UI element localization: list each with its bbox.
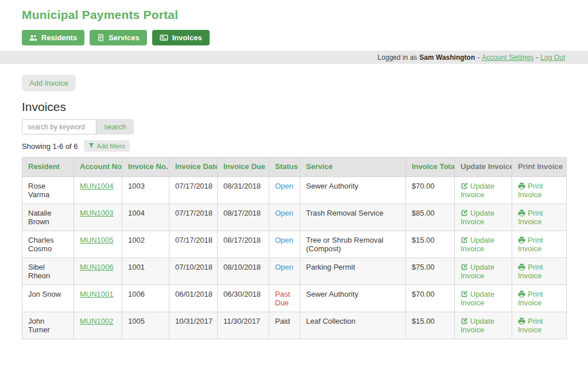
update-invoice-link[interactable]: Update Invoice (461, 263, 494, 280)
cell-update-invoice: Update Invoice (455, 231, 512, 258)
nav-invoices-button[interactable]: Invoices (152, 30, 210, 45)
results-count: Showing 1-6 of 6 (22, 142, 78, 151)
col-header-service[interactable]: Service (300, 158, 406, 177)
session-bar: Logged in as Sam Washington - Account Se… (0, 51, 588, 64)
add-filters-button[interactable]: Add filters (84, 140, 130, 152)
status-badge[interactable]: Open (275, 182, 293, 190)
col-header-resident[interactable]: Resident (22, 158, 74, 177)
print-invoice-link[interactable]: Print Invoice (518, 290, 543, 307)
cell-invoice-total: $70.00 (406, 177, 455, 204)
cell-resident: Charles Cosmo (22, 231, 74, 258)
update-invoice-link[interactable]: Update Invoice (461, 182, 494, 199)
account-number-link[interactable]: MUN1004 (80, 182, 114, 190)
cell-invoice-total: $85.00 (406, 204, 455, 231)
nav-invoices-label: Invoices (172, 33, 202, 42)
nav-residents-button[interactable]: Residents (22, 30, 84, 45)
cell-invoice-date: 07/10/2018 (169, 258, 218, 285)
cell-resident: John Turner (22, 312, 74, 339)
users-icon (29, 34, 37, 42)
account-number-link[interactable]: MUN1002 (80, 317, 114, 325)
invoices-table: Resident Account No. Invoice No. Invoice… (22, 157, 567, 339)
session-separator: - (536, 53, 538, 62)
cell-invoice-no: 1003 (122, 177, 169, 204)
cell-status: Open (269, 204, 300, 231)
table-row: Charles Cosmo MUN1005 1002 07/17/2018 08… (22, 231, 567, 258)
status-badge[interactable]: Past Due (275, 290, 290, 307)
col-header-status[interactable]: Status (269, 158, 300, 177)
table-header-row: Resident Account No. Invoice No. Invoice… (22, 158, 567, 177)
status-badge[interactable]: Paid (275, 317, 290, 325)
edit-pencil-icon (461, 209, 470, 217)
table-row: Natalie Brown MUN1003 1004 07/17/2018 08… (22, 204, 567, 231)
status-badge[interactable]: Open (275, 263, 293, 271)
search-button[interactable]: search (96, 119, 134, 135)
col-header-invoice-no[interactable]: Invoice No. (122, 158, 169, 177)
main-nav: Residents Services Invoices (22, 30, 588, 45)
col-header-invoice-date[interactable]: Invoice Date (169, 158, 218, 177)
cell-invoice-total: $75.00 (406, 258, 455, 285)
col-header-account-no[interactable]: Account No. (74, 158, 122, 177)
col-header-update-invoice: Update Invoice (455, 158, 512, 177)
main-content: Add Invoice Invoices search Showing 1-6 … (0, 64, 588, 339)
cell-invoice-due: 08/17/2018 (218, 204, 269, 231)
printer-icon (518, 317, 528, 325)
cell-invoice-due: 08/17/2018 (218, 231, 269, 258)
ledger-icon (97, 34, 105, 41)
update-invoice-link[interactable]: Update Invoice (461, 236, 494, 253)
printer-icon (518, 236, 528, 244)
printer-icon (518, 182, 528, 190)
col-header-invoice-total[interactable]: Invoice Total (406, 158, 455, 177)
cell-status: Open (269, 231, 300, 258)
print-invoice-link[interactable]: Print Invoice (518, 182, 543, 199)
account-number-link[interactable]: MUN1006 (80, 263, 114, 271)
cell-print-invoice: Print Invoice (512, 204, 567, 231)
account-number-link[interactable]: MUN1005 (80, 236, 114, 244)
log-out-link[interactable]: Log Out (540, 53, 565, 62)
app-title: Municipal Payments Portal (22, 8, 588, 22)
add-invoice-button[interactable]: Add Invoice (22, 75, 76, 91)
printer-icon (518, 209, 528, 217)
nav-services-button[interactable]: Services (90, 30, 147, 45)
filter-funnel-icon (88, 143, 94, 149)
update-invoice-link[interactable]: Update Invoice (461, 317, 494, 334)
cell-invoice-date: 10/31/2017 (169, 312, 218, 339)
cell-status: Open (269, 177, 300, 204)
cell-invoice-no: 1002 (122, 231, 169, 258)
status-badge[interactable]: Open (275, 236, 293, 244)
update-invoice-link[interactable]: Update Invoice (461, 290, 494, 307)
cell-invoice-due: 08/31/2018 (218, 177, 269, 204)
cell-invoice-no: 1006 (122, 285, 169, 312)
edit-pencil-icon (461, 290, 470, 298)
status-badge[interactable]: Open (275, 209, 293, 217)
printer-icon (518, 290, 528, 298)
print-invoice-link[interactable]: Print Invoice (518, 236, 543, 253)
update-invoice-link[interactable]: Update Invoice (461, 209, 494, 226)
cell-print-invoice: Print Invoice (512, 285, 567, 312)
col-header-invoice-due[interactable]: Invoice Due (218, 158, 269, 177)
cell-invoice-date: 07/17/2018 (169, 177, 218, 204)
cell-service: Trash Removal Service (300, 204, 406, 231)
cell-update-invoice: Update Invoice (455, 285, 512, 312)
nav-services-label: Services (109, 33, 140, 42)
cell-invoice-due: 08/10/2018 (218, 258, 269, 285)
print-invoice-link[interactable]: Print Invoice (518, 317, 543, 334)
print-invoice-link[interactable]: Print Invoice (518, 263, 543, 280)
cell-account-no: MUN1002 (74, 312, 122, 339)
printer-icon (518, 263, 528, 271)
edit-pencil-icon (461, 263, 470, 271)
print-invoice-link[interactable]: Print Invoice (518, 209, 543, 226)
account-number-link[interactable]: MUN1003 (80, 209, 114, 217)
account-settings-link[interactable]: Account Settings (482, 53, 533, 62)
cell-resident: Sibel Rheon (22, 258, 74, 285)
cell-print-invoice: Print Invoice (512, 312, 567, 339)
cell-update-invoice: Update Invoice (455, 177, 512, 204)
account-number-link[interactable]: MUN1001 (80, 290, 114, 298)
search-input[interactable] (22, 119, 96, 135)
table-row: Sibel Rheon MUN1006 1001 07/10/2018 08/1… (22, 258, 567, 285)
session-separator: - (477, 53, 479, 62)
cell-invoice-due: 11/30/2017 (218, 312, 269, 339)
cell-update-invoice: Update Invoice (455, 312, 512, 339)
cell-resident: Natalie Brown (22, 204, 74, 231)
nav-residents-label: Residents (41, 33, 77, 42)
col-header-print-invoice: Print Invoice (512, 158, 567, 177)
